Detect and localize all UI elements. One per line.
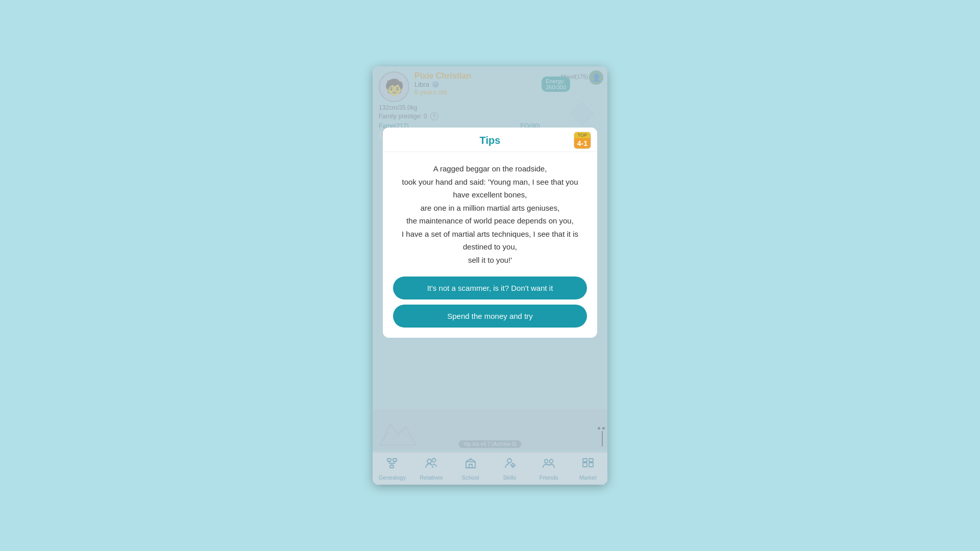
modal-buttons: It's not a scammer, is it? Don't want it… [383, 277, 597, 338]
badge-top-label: TOP [574, 132, 591, 138]
tips-modal: Tips TOP 4-1 A ragged beggar on the road… [383, 128, 597, 338]
modal-body: A ragged beggar on the roadside, took yo… [383, 152, 597, 277]
modal-title: Tips [393, 135, 587, 146]
decline-button[interactable]: It's not a scammer, is it? Don't want it [393, 277, 587, 299]
modal-badge: TOP 4-1 [574, 132, 591, 149]
modal-header: Tips TOP 4-1 [383, 128, 597, 152]
badge-number: 4-1 [574, 138, 591, 148]
accept-button[interactable]: Spend the money and try [393, 305, 587, 328]
modal-overlay: Tips TOP 4-1 A ragged beggar on the road… [373, 66, 607, 485]
phone-container: 🧒 Pixie Christian Libra ⚙️ 8 years old E… [373, 66, 607, 485]
tip-content: A ragged beggar on the roadside, took yo… [398, 162, 582, 266]
